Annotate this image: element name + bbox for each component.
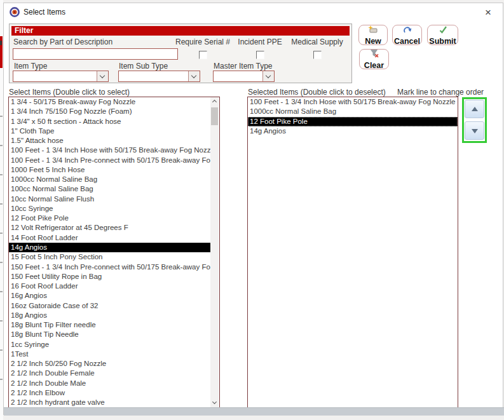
cancel-button[interactable]: Cancel [392, 25, 422, 45]
list-item[interactable]: 10cc Syringe [9, 204, 210, 213]
arrow-down-icon [472, 129, 478, 133]
cancel-icon [402, 25, 412, 36]
list-item[interactable]: 18g Blunt Tip Needle [9, 330, 210, 339]
background-grid-tick [0, 291, 3, 292]
background-text-fragment [0, 41, 2, 45]
item-sub-type-label: Item Sub Type [119, 62, 168, 71]
list-item[interactable]: 15 Foot 5 Inch Pony Section [9, 252, 210, 262]
cancel-button-label: Cancel [394, 37, 420, 46]
list-item[interactable]: 150 Feet - 1 3/4 Inch Pre-connect with 5… [9, 262, 210, 272]
background-grid-tick [0, 145, 3, 146]
list-item[interactable]: 100cc Normal Saline Bag [9, 184, 210, 194]
list-item[interactable]: 1 3/4 Inch 75/150 Fog Nozzle (Foam) [9, 107, 210, 116]
item-type-dropdown[interactable] [13, 71, 109, 82]
incident-ppe-checkbox[interactable] [256, 51, 264, 59]
search-input[interactable] [13, 48, 178, 60]
filter-header: Filter [11, 26, 350, 36]
list-item[interactable]: 12 Foot Pike Pole [248, 117, 458, 126]
list-item[interactable]: 2 1/2 Inch Double Male [9, 379, 210, 388]
arrow-up-icon [472, 107, 478, 111]
list-item[interactable]: 1000cc Normal Saline Bag [9, 175, 210, 184]
scrollbar-thumb[interactable] [211, 107, 218, 125]
selected-list-label: Selected Items (Double click to deselect… [248, 88, 386, 97]
checkbox-group-medical-supply: Medical Supply [282, 37, 352, 62]
available-list-label: Select Items (Double click to select) [9, 88, 130, 97]
medical-supply-checkbox[interactable] [313, 51, 322, 59]
new-button-label: New [365, 37, 381, 46]
list-item[interactable]: 16oz Gatoraide Case of 32 [9, 301, 210, 311]
list-item[interactable]: 150 Feet Utility Rope in Bag [9, 272, 210, 281]
list-item[interactable]: 2 1/2 Inch hydrant gate valve [9, 398, 210, 407]
background-grid-tick [0, 116, 3, 117]
chevron-down-icon[interactable] [188, 71, 200, 81]
chevron-down-icon[interactable] [262, 71, 274, 81]
list-item[interactable]: 14g Angios [248, 126, 458, 136]
close-icon[interactable]: × [481, 6, 495, 20]
background-grid-tick [0, 203, 3, 205]
check-icon [438, 25, 448, 36]
list-item[interactable]: 100 Feet - 1 3/4 Inch Pre-connect with 5… [9, 156, 210, 165]
selected-items-listbox[interactable]: 100 Feet - 1 3/4 Inch Hose with 50/175 B… [247, 97, 458, 408]
filter-panel: Filter Search by Part of Description Req… [9, 24, 352, 83]
master-item-type-label: Master Item Type [214, 62, 272, 71]
background-grid-tick [0, 320, 3, 322]
background-grid-tick [0, 174, 3, 175]
medical-supply-label: Medical Supply [282, 37, 352, 46]
list-item[interactable]: 2 1/2 Inch 50/250 Fog Nozzle [9, 359, 210, 369]
list-item[interactable]: 10cc Normal Saline Flush [9, 194, 210, 204]
order-hint-label: Mark line to change order [397, 88, 484, 97]
require-serial-checkbox[interactable] [199, 51, 207, 59]
scroll-up-icon[interactable] [210, 97, 219, 106]
clear-filter-icon [369, 49, 379, 60]
title-bar: Select Items × [4, 3, 503, 21]
move-down-button[interactable] [465, 121, 484, 140]
app-logo-icon [10, 7, 20, 17]
list-item[interactable]: 18g Angios [9, 311, 210, 320]
list-item[interactable]: 16 Foot Roof Ladder [9, 281, 210, 291]
list-item[interactable]: 12 Foot Pike Pole [9, 213, 210, 223]
list-item[interactable]: 1000cc Normal Saline Bag [248, 107, 458, 116]
list-item[interactable]: 1" Cloth Tape [9, 126, 210, 136]
item-sub-type-dropdown[interactable] [118, 71, 200, 82]
clear-button-label: Clear [364, 61, 384, 70]
background-grid-tick [0, 233, 3, 234]
list-item[interactable]: 14g Angios [9, 243, 210, 252]
list-item[interactable]: 100 Feet - 1 3/4 Inch Hose with 50/175 B… [248, 97, 458, 107]
list-item[interactable]: 1Test [9, 349, 210, 359]
available-items-listbox[interactable]: 1 3/4 - 50/175 Break-away Fog Nozzle1 3/… [8, 97, 220, 408]
scroll-down-icon[interactable] [210, 398, 219, 407]
new-icon [368, 25, 378, 36]
list-item[interactable]: 14 Foot Roof Ladder [9, 233, 210, 243]
list-item[interactable]: 1000 Feet 5 Inch Hose [9, 165, 210, 175]
master-item-type-dropdown[interactable] [213, 71, 275, 82]
reorder-control-highlighted [462, 97, 487, 143]
background-grid-tick [0, 379, 3, 380]
select-items-dialog: Select Items × Filter Search by Part of … [3, 3, 503, 415]
new-button[interactable]: New [358, 25, 388, 45]
clear-button[interactable]: Clear [359, 49, 389, 69]
item-type-label: Item Type [14, 62, 47, 71]
move-up-button[interactable] [465, 100, 484, 118]
window-title: Select Items [24, 8, 65, 17]
list-item[interactable]: 1.5" Attack hose [9, 136, 210, 146]
list-item[interactable]: 18g Blunt Tip Filter needle [9, 320, 210, 330]
chevron-down-icon[interactable] [97, 71, 108, 81]
list-item[interactable]: 2 1/2 Inch Elbow [9, 388, 210, 398]
list-item[interactable]: 2 1/2 Inch Double Female [9, 369, 210, 378]
list-item[interactable]: 12 Volt Refrigerator at 45 Degrees F [9, 223, 210, 233]
search-label: Search by Part of Description [13, 37, 112, 46]
background-grid-tick [0, 349, 3, 351]
background-grid-tick [0, 262, 3, 263]
list-item[interactable]: 16g Angios [9, 291, 210, 301]
submit-button[interactable]: Submit [427, 25, 458, 45]
list-item[interactable]: 100 Feet - 1 3/4 Inch Hose with 50/175 B… [9, 146, 210, 155]
scrollbar[interactable] [210, 97, 219, 407]
list-item[interactable]: 1 3/4" x 50 ft section - Attack hose [9, 117, 210, 126]
submit-button-label: Submit [429, 37, 456, 46]
bottom-bar [4, 407, 504, 416]
list-item[interactable]: 1cc Syringe [9, 340, 210, 349]
list-item[interactable]: 1 3/4 - 50/175 Break-away Fog Nozzle [9, 97, 210, 107]
